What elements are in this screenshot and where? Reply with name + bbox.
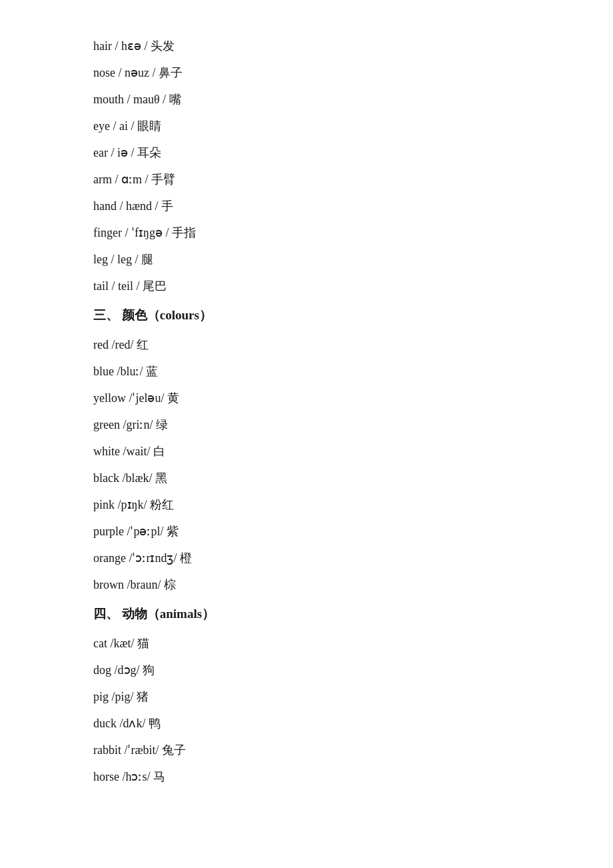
- vocab-item-nose: nose / nəuz / 鼻子: [93, 67, 560, 79]
- vocab-item-tail: tail / teil / 尾巴: [93, 280, 560, 292]
- vocab-item-red: red /red/ 红: [93, 339, 560, 351]
- vocab-item-rabbit: rabbit /ˈræbit/ 兔子: [93, 744, 560, 756]
- vocab-item-green: green /griːn/ 绿: [93, 419, 560, 431]
- vocab-item-horse: horse /hɔːs/ 马: [93, 771, 560, 783]
- vocab-item-yellow: yellow /ˈjeləu/ 黄: [93, 392, 560, 404]
- vocab-item-brown: brown /braun/ 棕: [93, 579, 560, 591]
- vocab-item-mouth: mouth / mauθ / 嘴: [93, 93, 560, 105]
- vocab-item-black: black /blæk/ 黑: [93, 472, 560, 484]
- sections-container: 三、 颜色（colours）red /red/ 红blue /bluː/ 蓝ye…: [93, 307, 560, 783]
- section-header-animals: 四、 动物（animals）: [93, 605, 560, 623]
- vocab-item-leg: leg / leg / 腿: [93, 253, 560, 265]
- vocab-item-ear: ear / iə / 耳朵: [93, 147, 560, 159]
- vocab-item-white: white /wait/ 白: [93, 445, 560, 457]
- vocab-item-pig: pig /pig/ 猪: [93, 691, 560, 703]
- vocab-list: hair / hɛə / 头发nose / nəuz / 鼻子mouth / m…: [93, 40, 560, 292]
- vocab-item-cat: cat /kæt/ 猫: [93, 637, 560, 649]
- vocab-item-purple: purple /ˈpəːpl/ 紫: [93, 525, 560, 537]
- section-header-colours: 三、 颜色（colours）: [93, 307, 560, 324]
- vocab-item-hand: hand / hænd / 手: [93, 200, 560, 212]
- vocab-item-duck: duck /dʌk/ 鸭: [93, 717, 560, 729]
- vocab-item-orange: orange /ˈɔːrɪndʒ/ 橙: [93, 552, 560, 564]
- vocab-item-arm: arm / ɑːm / 手臂: [93, 173, 560, 185]
- vocab-item-hair: hair / hɛə / 头发: [93, 40, 560, 52]
- vocab-item-pink: pink /pɪŋk/ 粉红: [93, 499, 560, 511]
- vocab-item-finger: finger / ˈfɪŋgə / 手指: [93, 227, 560, 239]
- content-area: hair / hɛə / 头发nose / nəuz / 鼻子mouth / m…: [0, 0, 613, 837]
- vocab-item-blue: blue /bluː/ 蓝: [93, 365, 560, 377]
- vocab-item-eye: eye / ai / 眼睛: [93, 120, 560, 132]
- vocab-item-dog: dog /dɔg/ 狗: [93, 664, 560, 676]
